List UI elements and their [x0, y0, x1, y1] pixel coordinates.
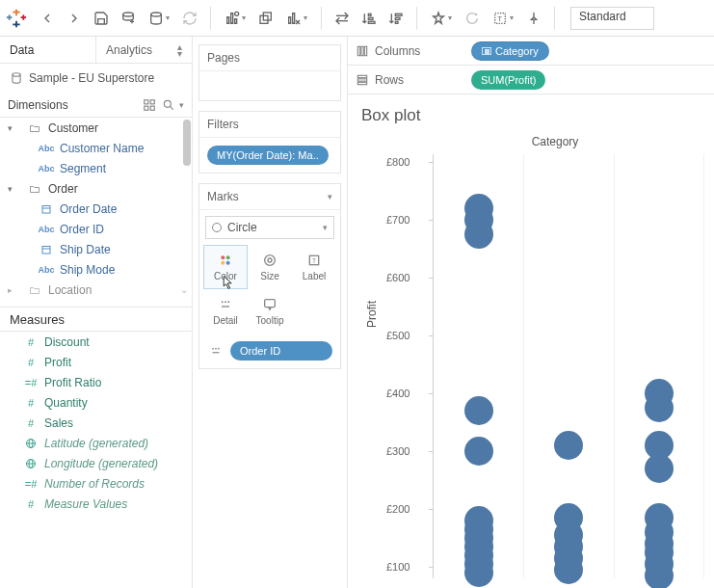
field-label: Longitude (generated): [44, 457, 158, 470]
sort-desc-button[interactable]: [383, 6, 409, 31]
data-mark[interactable]: [554, 431, 583, 460]
svg-rect-18: [289, 16, 291, 23]
rows-pill-profit[interactable]: SUM(Profit): [471, 70, 545, 90]
data-mark[interactable]: [464, 437, 493, 466]
tableau-logo-icon: [6, 8, 27, 29]
svg-point-15: [235, 12, 239, 15]
data-mark[interactable]: [464, 396, 493, 425]
svg-point-11: [151, 13, 162, 16]
field-measure-values[interactable]: #Measure Values: [0, 494, 192, 514]
save-button[interactable]: [89, 6, 114, 31]
size-icon: [262, 253, 278, 268]
duplicate-sheet-button[interactable]: [253, 6, 278, 31]
sort-asc-button[interactable]: [357, 6, 382, 31]
new-worksheet-dropdown[interactable]: [219, 6, 251, 31]
field-longitude[interactable]: Longitude (generated): [0, 453, 192, 473]
folder-order[interactable]: ▾Order: [0, 178, 192, 199]
svg-rect-31: [395, 21, 398, 23]
filter-pill-orderdate[interactable]: MY(Order Date): Ma..: [207, 146, 329, 165]
number-icon: #: [21, 417, 40, 429]
swap-button[interactable]: [330, 6, 355, 31]
data-mark[interactable]: [554, 555, 583, 584]
pages-dropzone[interactable]: [199, 71, 340, 100]
clear-sheet-dropdown[interactable]: [280, 6, 313, 31]
svg-rect-72: [364, 46, 366, 55]
field-ship-date[interactable]: Ship Date: [0, 239, 192, 259]
highlight-dropdown[interactable]: [425, 6, 458, 31]
refresh-button[interactable]: [177, 6, 202, 31]
datasource-row[interactable]: Sample - EU Superstore: [0, 64, 192, 93]
folder-location[interactable]: ▸Location⌄: [0, 280, 192, 300]
pin-button[interactable]: [521, 6, 546, 31]
data-mark[interactable]: [645, 454, 674, 483]
measures-header: Measures: [0, 307, 192, 332]
btn-label: Tooltip: [256, 315, 284, 326]
field-sales[interactable]: #Sales: [0, 413, 192, 433]
filters-dropzone[interactable]: MY(Order Date): Ma..: [199, 138, 340, 173]
data-mark[interactable]: [645, 393, 674, 422]
calc-icon: =#: [21, 377, 40, 388]
data-mark[interactable]: [645, 561, 674, 588]
fit-selector[interactable]: Standard: [570, 7, 654, 30]
viz-title[interactable]: Box plot: [361, 106, 704, 125]
folder-customer[interactable]: ▾Customer: [0, 118, 192, 138]
forward-button[interactable]: [62, 6, 87, 31]
search-icon[interactable]: [162, 98, 175, 112]
svg-text:T: T: [497, 14, 502, 23]
string-icon: Abc: [37, 164, 56, 174]
field-segment[interactable]: AbcSegment: [0, 158, 192, 178]
data-mark[interactable]: [464, 220, 493, 249]
marks-size-button[interactable]: Size: [248, 245, 292, 289]
svg-point-58: [265, 255, 276, 266]
view-icon[interactable]: [143, 98, 156, 112]
field-order-id[interactable]: AbcOrder ID: [0, 219, 192, 239]
svg-rect-29: [395, 13, 402, 15]
field-label: Order Date: [60, 202, 117, 216]
datasource-name: Sample - EU Superstore: [29, 71, 154, 85]
rows-shelf[interactable]: Rows SUM(Profit): [348, 66, 714, 94]
columns-icon: [356, 44, 369, 58]
data-mark[interactable]: [464, 558, 493, 587]
tab-analytics[interactable]: Analytics▴▾: [96, 37, 192, 63]
field-label: Order: [48, 182, 78, 196]
number-icon: #: [21, 336, 40, 348]
svg-rect-12: [227, 16, 229, 23]
string-icon: Abc: [37, 225, 56, 234]
field-label: Quantity: [44, 396, 88, 410]
field-num-records[interactable]: =#Number of Records: [0, 473, 192, 494]
folder-icon: [29, 284, 40, 296]
svg-point-61: [222, 301, 224, 303]
field-latitude[interactable]: Latitude (generated): [0, 433, 192, 453]
mark-type-selector[interactable]: Circle▾: [205, 216, 334, 239]
detail-pill-orderid[interactable]: Order ID: [230, 341, 332, 361]
marks-color-button[interactable]: Color: [203, 245, 248, 289]
tab-data[interactable]: Data: [0, 37, 96, 63]
group-button[interactable]: [460, 6, 485, 31]
columns-shelf[interactable]: Columns Category: [348, 37, 714, 66]
svg-point-67: [215, 348, 217, 350]
field-quantity[interactable]: #Quantity: [0, 392, 192, 413]
scrollbar[interactable]: [182, 118, 192, 307]
columns-pill-category[interactable]: Category: [471, 41, 549, 61]
dropdown-icon[interactable]: ▾: [179, 100, 184, 110]
back-button[interactable]: [35, 6, 60, 31]
new-datasource-button[interactable]: [116, 6, 141, 31]
shelves-pane: Pages Filters MY(Order Date): Ma.. Marks…: [193, 37, 347, 588]
marks-detail-button[interactable]: Detail: [203, 289, 248, 334]
field-ship-mode[interactable]: AbcShip Mode: [0, 259, 192, 280]
field-profit-ratio[interactable]: =#Profit Ratio: [0, 372, 192, 392]
chart-area[interactable]: Profit £100£200£300£400£500£600£700£800: [386, 154, 704, 578]
autoupdate-dropdown[interactable]: [143, 6, 175, 31]
field-order-date[interactable]: Order Date: [0, 199, 192, 219]
dropdown-icon[interactable]: ▾: [328, 192, 332, 201]
section-label: Measures: [10, 312, 65, 327]
y-tick-label: £300: [386, 445, 410, 457]
field-discount[interactable]: #Discount: [0, 332, 192, 352]
svg-rect-65: [265, 300, 276, 307]
tooltip-icon: [262, 297, 278, 312]
field-customer-name[interactable]: AbcCustomer Name: [0, 138, 192, 158]
marks-tooltip-button[interactable]: Tooltip: [248, 289, 292, 334]
field-profit[interactable]: #Profit: [0, 352, 192, 372]
marks-label-button[interactable]: TLabel: [292, 245, 336, 289]
labels-dropdown[interactable]: T: [487, 6, 519, 31]
